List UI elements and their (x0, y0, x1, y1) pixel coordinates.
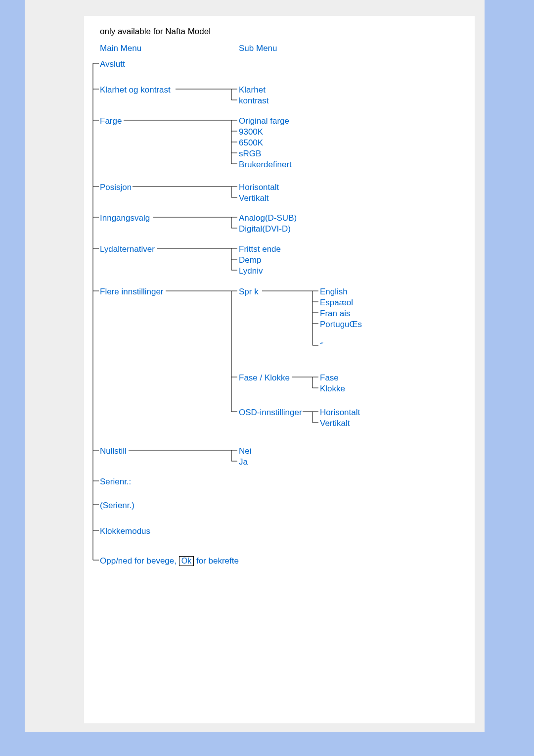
menu-nullstill: Nullstill (100, 446, 127, 456)
sub-klarhet: Klarhet (239, 85, 266, 95)
lang-portugues: PortuguŒs (320, 320, 362, 330)
sub-frittstende: Frittst ende (239, 244, 281, 254)
instr-post: for bekrefte (194, 556, 239, 566)
menu-lydalternativer: Lydalternativer (100, 244, 155, 254)
ok-button-label: Ok (179, 556, 194, 566)
sub-vertikalt: Vertikalt (239, 193, 268, 203)
lang-espanol: Espaæol (320, 298, 353, 308)
menu-farge: Farge (100, 116, 122, 126)
menu-instructions: Opp/ned for bevege, Ok for bekrefte (100, 556, 239, 566)
sub-lydniv: Lydniv (239, 266, 263, 276)
osd-horisontalt: Horisontalt (320, 408, 360, 418)
sub-nei: Nei (239, 446, 252, 456)
sub-ja: Ja (239, 457, 248, 467)
lang-extra: ˝ (320, 341, 323, 351)
content-area: only available for Nafta Model Main Menu… (84, 16, 475, 723)
sub-original-farge: Original farge (239, 116, 289, 126)
menu-flere-innstillinger: Flere innstillinger (100, 287, 164, 297)
sub-kontrast: kontrast (239, 96, 268, 106)
sub-brukerdefinert: Brukerdefinert (239, 160, 292, 170)
menu-klarhet-kontrast: Klarhet og kontrast (100, 85, 171, 95)
lang-francais: Fran ais (320, 309, 350, 319)
sub-demp: Demp (239, 255, 261, 265)
instr-pre: Opp/ned for bevege, (100, 556, 179, 566)
fk-fase: Fase (320, 373, 339, 383)
sub-srgb: sRGB (239, 149, 261, 159)
sub-horisontalt: Horisontalt (239, 183, 279, 192)
page-frame: only available for Nafta Model Main Menu… (25, 0, 485, 732)
sub-9300k: 9300K (239, 127, 263, 137)
sub-sprk: Spr k (239, 287, 259, 297)
menu-klokkemodus: Klokkemodus (100, 526, 150, 536)
lang-english: English (320, 287, 348, 297)
fk-klokke: Klokke (320, 384, 345, 394)
menu-inngangsvalg: Inngangsvalg (100, 213, 150, 223)
sub-osd-innstillinger: OSD-innstillinger (239, 408, 302, 418)
osd-vertikalt: Vertikalt (320, 419, 350, 428)
menu-posisjon: Posisjon (100, 183, 132, 192)
menu-serienr-label: Serienr.: (100, 477, 131, 487)
note-text: only available for Nafta Model (100, 27, 211, 37)
sub-menu-header: Sub Menu (239, 44, 277, 53)
menu-avslutt: Avslutt (100, 59, 125, 69)
menu-serienr-paren: (Serienr.) (100, 501, 134, 511)
sub-6500k: 6500K (239, 138, 263, 148)
sub-fase-klokke: Fase / Klokke (239, 373, 290, 383)
sub-digital: Digital(DVI-D) (239, 224, 291, 234)
sub-analog: Analog(D-SUB) (239, 213, 297, 223)
main-menu-header: Main Menu (100, 44, 141, 53)
